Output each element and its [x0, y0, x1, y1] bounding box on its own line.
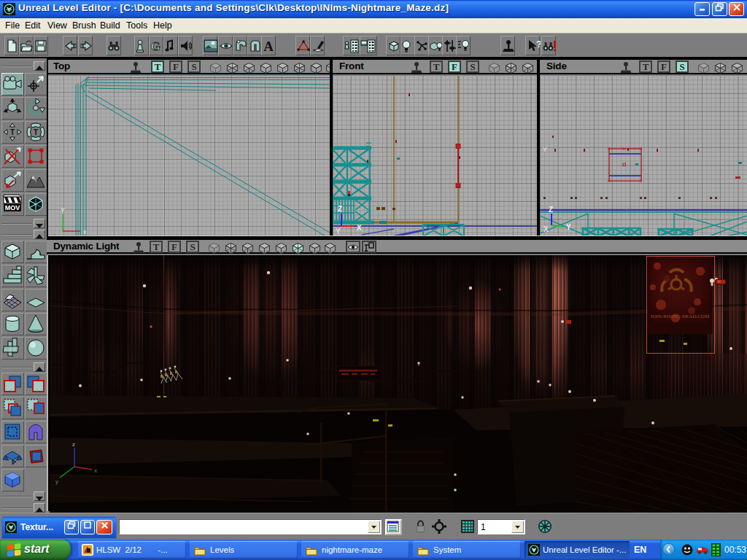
- svg-text:x: x: [94, 467, 97, 474]
- svg-text:Y: Y: [336, 228, 341, 236]
- svg-text:Y: Y: [566, 223, 571, 231]
- svg-text:Z: Z: [338, 205, 342, 213]
- svg-text:MOV: MOV: [5, 204, 20, 211]
- svg-text:x: x: [83, 228, 87, 236]
- svg-text:?: ?: [536, 39, 541, 50]
- svg-text:Y: Y: [543, 146, 547, 153]
- svg-text:y: y: [55, 478, 58, 485]
- svg-text:T: T: [34, 128, 38, 136]
- svg-text:X: X: [543, 225, 549, 233]
- svg-text:Y: Y: [61, 206, 65, 214]
- svg-text:JOIN-RISING-DEAD.COM: JOIN-RISING-DEAD.COM: [651, 314, 710, 319]
- svg-text:G: G: [150, 39, 160, 53]
- svg-text:T: T: [10, 128, 15, 136]
- svg-text:Z: Z: [549, 206, 553, 214]
- svg-text:z: z: [72, 441, 75, 448]
- svg-text:X: X: [357, 224, 362, 232]
- svg-text:A: A: [263, 39, 274, 53]
